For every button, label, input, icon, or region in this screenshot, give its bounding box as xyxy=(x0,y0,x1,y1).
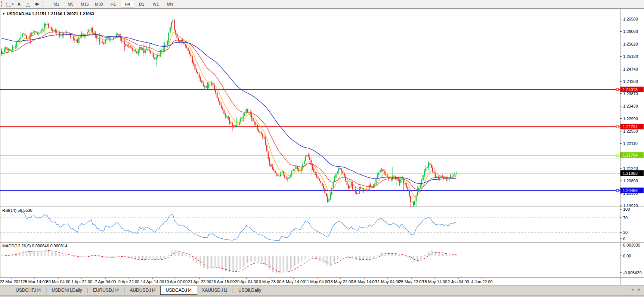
time-tick-label: 2 Jun 04:00 xyxy=(448,279,469,284)
tab-separator: | xyxy=(232,288,233,293)
timeframe-button-m5[interactable]: M5 xyxy=(64,1,77,7)
price-tick-label: 1.20800 xyxy=(623,179,638,183)
fibonacci-grid-icon xyxy=(6,2,11,7)
time-tick-label: 28 May 14:00 xyxy=(422,279,448,284)
timeframe-button-w1[interactable]: W1 xyxy=(149,1,162,7)
timeframe-button-m1[interactable]: M1 xyxy=(50,1,63,7)
text-tool-button[interactable]: A xyxy=(15,1,24,7)
time-tick-label: 1 Apr 22:00 xyxy=(71,279,92,284)
price-tick-label: 1.25180 xyxy=(623,54,638,59)
mt4-window: F A T ❖ ▾ M1M5M15M30H1H4D1W1MN ▼USDCAD,H… xyxy=(0,0,644,297)
chart-title: ▼USDCAD,H4 1.21151 1.21166 1.20971 1.210… xyxy=(2,12,94,16)
time-tick-label: 6 May 14:00 xyxy=(282,279,305,284)
tab-scroll-right-button[interactable]: ► xyxy=(638,288,641,291)
toolbar: F A T ❖ ▾ M1M5M15M30H1H4D1W1MN xyxy=(0,0,644,8)
time-tick-label: 9 Apr 22:00 xyxy=(118,279,139,284)
time-tick-label: 18 May 14:00 xyxy=(352,279,377,284)
level-drag-handle[interactable] xyxy=(616,89,619,91)
price-tick-label: 1.23430 xyxy=(623,104,638,108)
toolbar-grip[interactable] xyxy=(1,1,4,7)
price-tick-label: 1.22110 xyxy=(623,141,638,146)
tab-usdcad-h4[interactable]: USDCAD,H4 xyxy=(160,286,197,295)
time-tick-label: 14 Apr 14:00 xyxy=(141,279,164,284)
tab-scroll-left-button[interactable]: ◄ xyxy=(631,288,634,291)
macd-tick-label: -0.005429 xyxy=(623,270,642,275)
current-price-badge-label: 1.21063 xyxy=(623,171,638,176)
price-tick-label: 1.22550 xyxy=(623,129,638,133)
timeframe-button-m15[interactable]: M15 xyxy=(78,1,92,7)
fibonacci-retracement-button[interactable]: F xyxy=(6,1,15,7)
time-tick-label: 21 Apr 22:00 xyxy=(188,279,211,284)
level-drag-handle[interactable] xyxy=(616,154,619,156)
price-chart-canvas[interactable]: 1.265001.260601.256201.251801.247401.243… xyxy=(0,9,644,207)
tab-usdcnh-daily[interactable]: USDCNH,Daily xyxy=(47,286,86,294)
time-tick-label: 21 May 04:00 xyxy=(375,279,400,284)
price-tick-label: 1.24740 xyxy=(623,67,638,71)
price-tick-label: 1.26060 xyxy=(623,29,638,34)
price-tick-label: 1.19920 xyxy=(623,204,638,207)
timeframe-button-m30[interactable]: M30 xyxy=(92,1,106,7)
level-drag-handle[interactable] xyxy=(616,126,619,128)
rsi-indicator-label: RSI(14) 56.5536 xyxy=(2,208,32,213)
time-tick-label: 4 Jun 22:00 xyxy=(471,279,493,284)
symbol-tabbar: USDCHF,H4|USDCNH,Daily|EURUSD,H4|AUDUSD,… xyxy=(0,285,644,295)
time-tick-label: 22 Mar 2021 xyxy=(0,279,23,284)
time-tick-label: 25 May 22:00 xyxy=(399,279,424,284)
tab-separator: | xyxy=(46,288,47,293)
text-label-icon: T xyxy=(26,2,30,7)
level-drag-handle[interactable] xyxy=(616,189,619,192)
rsi-tick-label: 70 xyxy=(623,216,628,220)
price-level-badge-label: 1.21704 xyxy=(623,153,638,157)
tab-xauusd-h1[interactable]: XAUUSD,H1 xyxy=(197,286,232,294)
price-level-badge-label: 1.24013 xyxy=(623,87,638,92)
timeframe-button-h1[interactable]: H1 xyxy=(106,1,120,7)
timeframe-button-h4[interactable]: H4 xyxy=(121,1,134,7)
time-tick-label: 13 May 22:00 xyxy=(328,279,353,284)
price-level-badge-label: 1.20456 xyxy=(623,188,638,193)
price-tick-label: 1.24300 xyxy=(623,79,638,84)
time-tick-label: 30 Mar 04:00 xyxy=(46,279,71,284)
time-tick-label: 11 May 04:00 xyxy=(305,279,329,284)
price-tick-label: 1.21240 xyxy=(623,166,638,171)
timeframe-button-mn[interactable]: MN xyxy=(163,1,177,7)
tab-separator: | xyxy=(87,288,88,293)
rsi-tick-label: 100 xyxy=(623,207,630,211)
price-tick-label: 1.22990 xyxy=(623,117,638,121)
time-axis: 22 Mar 202125 Mar 14:0030 Mar 04:001 Apr… xyxy=(0,278,644,285)
timeframe-button-d1[interactable]: D1 xyxy=(135,1,148,7)
macd-tick-label: 0.003035 xyxy=(623,243,640,247)
price-tick-label: 1.26500 xyxy=(623,17,638,21)
text-label-tool-button[interactable]: T xyxy=(24,1,32,7)
text-tool-icon: A xyxy=(18,2,21,6)
tab-separator: | xyxy=(124,288,125,293)
chart-dropdown-icon: ▼ xyxy=(2,12,5,16)
window-bottom-strip xyxy=(0,295,644,297)
price-level-badge-label: 1.22704 xyxy=(623,124,638,129)
time-tick-label: 25 Mar 14:00 xyxy=(23,279,47,284)
macd-pane-canvas[interactable]: 0.0030350.00-0.005429 xyxy=(0,242,644,278)
timeframe-group: M1M5M15M30H1H4D1W1MN xyxy=(49,1,177,7)
toolbar-grip[interactable] xyxy=(43,1,46,7)
time-tick-label: 26 Apr 15:00 xyxy=(211,279,235,284)
tab-eurusd-h4[interactable]: EURUSD,H4 xyxy=(89,286,123,294)
chevron-down-icon[interactable]: ▾ xyxy=(38,3,39,6)
time-tick-label: 29 Apr 04:00 xyxy=(235,279,258,284)
rsi-tick-label: 30 xyxy=(623,230,628,235)
macd-indicator-label: MACD(12,26,9) 0.000646 0.000314 xyxy=(2,244,67,248)
price-tick-label: 1.25620 xyxy=(623,42,638,46)
rsi-tick-label: 0 xyxy=(623,236,625,241)
macd-tick-label: 0.00 xyxy=(623,254,631,258)
time-tick-label: 7 Apr 04:00 xyxy=(95,279,116,284)
time-tick-label: 19 Apr 07:00 xyxy=(164,279,188,284)
tabs-holder: USDCHF,H4|USDCNH,Daily|EURUSD,H4|AUDUSD,… xyxy=(11,286,266,295)
rsi-pane-canvas[interactable]: 10070300 xyxy=(0,207,644,242)
arrows-tool-button[interactable]: ❖ ▾ xyxy=(32,1,41,7)
time-tick-label: 3 May 23:00 xyxy=(259,279,282,284)
tab-usdchf-h4[interactable]: USDCHF,H4 xyxy=(11,286,45,294)
tab-usoil-daily[interactable]: USOil,Daily xyxy=(234,286,266,294)
tab-audusd-h4[interactable]: AUDUSD,H4 xyxy=(125,286,160,294)
